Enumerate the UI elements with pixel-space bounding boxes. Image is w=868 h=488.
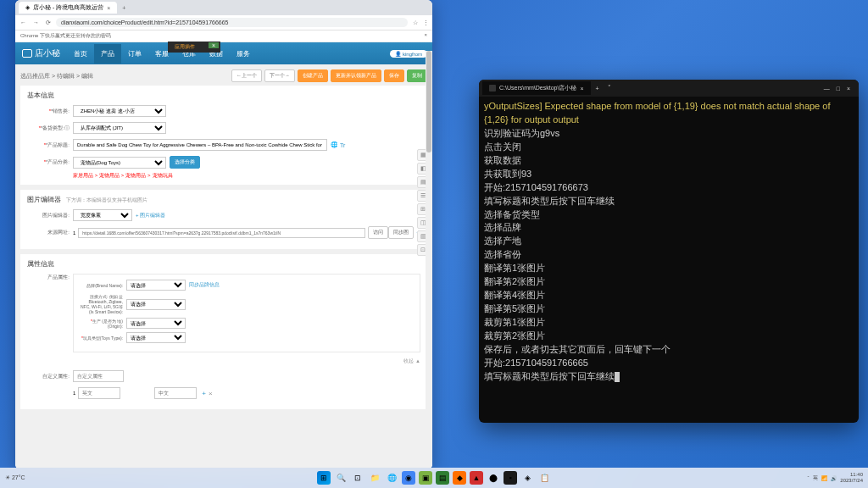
brand-select[interactable]: 请选择	[126, 280, 186, 291]
app-icon-2[interactable]: ▤	[436, 471, 449, 485]
promo-banner[interactable]: 应用插件 ×	[168, 42, 220, 53]
choose-category-button[interactable]: 选择分类	[170, 156, 200, 169]
breadcrumb: 选品推品库 > 待编辑 > 编辑 ←上一个 下一个→ 创建产品 更新并认领新产品…	[20, 69, 427, 82]
img-editor-link[interactable]: + 图片编辑器	[136, 212, 165, 219]
title-input[interactable]	[73, 139, 327, 151]
volume-icon[interactable]: 🔊	[831, 475, 837, 481]
search-icon[interactable]: 🔍	[334, 471, 348, 485]
nav-home[interactable]: 首页	[67, 44, 94, 64]
brand-label: 品牌(Brand Name):	[79, 283, 126, 288]
clock-time[interactable]: 11:40	[840, 472, 863, 478]
store-label: **销售类:	[27, 108, 73, 115]
browser-tab[interactable]: ◈ 店小秘 - 跨境电商高效运营 ×	[19, 2, 117, 14]
breadcrumb-text: 选品推品库 > 待编辑 > 编辑	[20, 72, 93, 80]
category-select[interactable]: 宠物品(Dog Toys)	[73, 157, 166, 169]
app-icon-1[interactable]: ▣	[419, 471, 432, 485]
info-text: Chrome 下快乐赢式更迁至转存您的密码	[20, 32, 111, 40]
sync-brand-link[interactable]: 同步品牌信息	[189, 281, 220, 289]
add-custom-icon[interactable]: +	[202, 390, 206, 397]
cat-label: **产品分类:	[27, 158, 73, 166]
terminal-window: C:\Users\mm\Desktop\店小秘 × + ˅ — □ × yOut…	[479, 80, 859, 423]
wireless-select[interactable]: 请选择	[126, 299, 186, 310]
panel-title: 基本信息	[27, 91, 420, 100]
user-badge[interactable]: 👤 kingfrom	[390, 50, 427, 58]
tab-bar: ◈ 店小秘 - 跨境电商高效运营 × +	[15, 0, 432, 15]
terminal-output[interactable]: yOutputSizes] Expected shape from model …	[479, 97, 859, 423]
back-icon[interactable]: ←	[19, 19, 28, 25]
menu-icon[interactable]: ⋮	[423, 19, 429, 26]
nav-order[interactable]: 订单	[121, 44, 148, 64]
promo-close-icon[interactable]: ×	[209, 42, 219, 48]
tray-chevron-icon[interactable]: ˄	[807, 475, 810, 481]
new-terminal-tab[interactable]: +	[591, 86, 604, 92]
ratio-select[interactable]: 宽度像素	[73, 209, 132, 221]
reload-icon[interactable]: ⟳	[44, 19, 53, 26]
app-icon-5[interactable]: ⬤	[487, 471, 500, 485]
ime-icon[interactable]: 英	[813, 474, 818, 482]
new-tab-button[interactable]: +	[117, 3, 131, 13]
store-select[interactable]: ZHEN小秘 速卖 速-小店	[73, 105, 166, 117]
translate-icon[interactable]: 🌐	[331, 141, 338, 148]
star-icon[interactable]: ☆	[411, 19, 420, 26]
tab-title: 店小秘 - 跨境电商高效运营	[33, 3, 103, 12]
custom-en-input[interactable]	[78, 387, 120, 399]
taskbar-left: ☀ 27°C	[5, 474, 25, 481]
page-content: 选品推品库 > 待编辑 > 编辑 ←上一个 下一个→ 创建产品 更新并认领新产品…	[15, 64, 432, 469]
remove-custom-icon[interactable]: ×	[209, 390, 213, 397]
collapse-link[interactable]: 收起 ▲	[27, 358, 420, 365]
app-icon-6[interactable]: ◈	[520, 471, 534, 485]
edge-icon[interactable]: 🌐	[385, 471, 398, 485]
clock-date[interactable]: 2023/7/24	[840, 478, 863, 484]
stock-label: **备货类型:ⓘ	[27, 125, 73, 132]
attr-panel: 属性信息 产品属性: 品牌(Brand Name): 请选择 同步品牌信息 连接…	[20, 254, 427, 409]
tools-icon[interactable]: Tr	[340, 142, 345, 148]
nav-product[interactable]: 产品	[94, 44, 121, 64]
create-button[interactable]: 创建产品	[298, 69, 328, 82]
chrome-icon[interactable]: ◉	[402, 471, 415, 485]
tab-dropdown-icon[interactable]: ˅	[604, 85, 615, 92]
app-icon-4[interactable]: ▲	[470, 471, 483, 485]
close-icon[interactable]: ×	[847, 86, 850, 92]
terminal-titlebar: C:\Users\mm\Desktop\店小秘 × + ˅ — □ ×	[479, 80, 859, 97]
copy-button[interactable]: 复制	[407, 69, 427, 82]
custom-cn-input[interactable]	[154, 387, 197, 399]
app-logo[interactable]: 店小秘	[15, 47, 67, 59]
terminal-taskbar-icon[interactable]: ▪	[504, 471, 517, 485]
scroll-thumb[interactable]	[426, 51, 431, 152]
taskbar-right: ˄ 英 📶 🔊 11:40 2023/7/24	[807, 472, 863, 483]
title-label: **产品标题:	[27, 141, 73, 149]
tab-favicon: ◈	[25, 4, 30, 11]
url-input[interactable]: dianxiaomi.com/choiceProduct/edit.htm?id…	[56, 18, 408, 27]
tab-close-icon[interactable]: ×	[580, 86, 583, 92]
maximize-icon[interactable]: □	[837, 86, 840, 92]
custom-attr-input[interactable]	[73, 370, 124, 382]
nav-svc[interactable]: 服务	[230, 44, 257, 64]
stock-select[interactable]: 从库存调配式 (JIT)	[73, 122, 166, 134]
next-button[interactable]: 下一个→	[264, 69, 295, 82]
app-icon-3[interactable]: ◆	[453, 471, 466, 485]
minimize-icon[interactable]: —	[824, 86, 830, 92]
src-label: 来源网址:	[27, 229, 73, 236]
prev-button[interactable]: ←上一个	[231, 69, 262, 82]
browser-window: ◈ 店小秘 - 跨境电商高效运营 × + ← → ⟳ dianxiaomi.co…	[15, 0, 432, 469]
explorer-icon[interactable]: 📁	[368, 471, 381, 485]
taskview-icon[interactable]: ⊡	[351, 471, 364, 485]
forward-icon[interactable]: →	[31, 19, 41, 25]
app-icon-7[interactable]: 📋	[537, 471, 551, 485]
origin-select[interactable]: 请选择	[126, 318, 186, 329]
info-close-icon[interactable]: ×	[424, 32, 427, 40]
category-path: 家居用品 >宠物用品 >宠物用品 >宠物玩具	[73, 172, 420, 180]
weather-icon[interactable]: ☀ 27°C	[5, 474, 25, 481]
source-url-input[interactable]: https://detail.1688.com/offer/5636074303…	[78, 228, 365, 238]
terminal-tab[interactable]: C:\Users\mm\Desktop\店小秘 ×	[482, 81, 591, 95]
type-select[interactable]: 请选择	[126, 332, 186, 343]
start-button[interactable]: ⊞	[317, 471, 331, 485]
wifi-icon[interactable]: 📶	[821, 475, 827, 481]
sync-button[interactable]: 同步图	[388, 226, 414, 239]
save-claim-button[interactable]: 更新并认领新产品	[331, 69, 381, 82]
save-button[interactable]: 保存	[384, 69, 404, 82]
scrollbar[interactable]	[426, 51, 432, 469]
tab-close-icon[interactable]: ×	[107, 5, 110, 11]
panel-title: 图片编辑器 下方调：本编辑器仅支持手机端图片	[27, 195, 420, 204]
visit-button[interactable]: 访问	[368, 226, 388, 239]
